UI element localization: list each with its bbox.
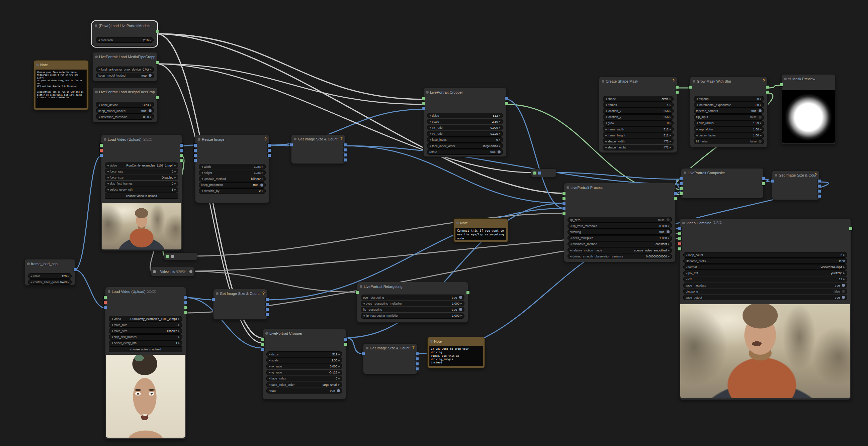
node-title-bar[interactable]: Note bbox=[454, 219, 508, 227]
output-slot-blue[interactable] bbox=[268, 144, 271, 147]
decrement-arrow-icon[interactable]: ◀ bbox=[107, 188, 109, 191]
increment-arrow-icon[interactable]: ▶ bbox=[499, 132, 501, 135]
increment-arrow-icon[interactable]: ▶ bbox=[670, 122, 671, 124]
widget-height[interactable]: ◀height1024▶ bbox=[199, 170, 266, 175]
collapse-dot[interactable] bbox=[95, 56, 98, 58]
widget-precision[interactable]: ◀precisionfp16▶ bbox=[96, 37, 154, 43]
widget-lerp-alpha[interactable]: ◀lerp_alpha1.00▶ bbox=[694, 126, 764, 132]
decrement-arrow-icon[interactable]: ◀ bbox=[111, 336, 113, 338]
decrement-arrow-icon[interactable]: ◀ bbox=[98, 104, 100, 106]
widget-force-size[interactable]: ◀force_sizeDisabled▶ bbox=[105, 174, 178, 180]
widget-shape-width[interactable]: ◀shape_width472▶ bbox=[603, 138, 674, 144]
video-combine-node[interactable]: Video CombineⓋⒽⓈ◀loop_count0▶filename_pr… bbox=[680, 218, 851, 400]
output-slot-gray[interactable] bbox=[184, 306, 187, 309]
widget-flip-input[interactable]: flip_inputfalse bbox=[694, 114, 764, 120]
widget-force-rate[interactable]: ◀force_rate0▶ bbox=[109, 322, 182, 328]
node-title-bar[interactable]: Get Image Size & Count bbox=[363, 344, 417, 352]
widget-keep-model-loaded[interactable]: keep_model_loadedtrue bbox=[96, 108, 154, 114]
widget-face-index[interactable]: ◀face_index0▶ bbox=[427, 137, 503, 143]
widget-pingpong[interactable]: pingpongfalse bbox=[683, 288, 847, 294]
increment-arrow-icon[interactable]: ▶ bbox=[338, 353, 340, 356]
note-text[interactable]: Choose your face detector here, MediaPip… bbox=[35, 70, 87, 108]
output-slot-blue[interactable] bbox=[415, 352, 418, 355]
output-slot-blue[interactable] bbox=[818, 179, 821, 182]
decrement-arrow-icon[interactable]: ◀ bbox=[696, 104, 698, 106]
toggle-knob[interactable] bbox=[149, 74, 152, 77]
widget-vy-ratio[interactable]: ◀vy_ratio-0.125▶ bbox=[427, 131, 503, 137]
decrement-arrow-icon[interactable]: ◀ bbox=[570, 225, 571, 227]
collapse-dot[interactable] bbox=[198, 138, 200, 141]
input-slot-gray[interactable] bbox=[104, 296, 107, 299]
decrement-arrow-icon[interactable]: ◀ bbox=[111, 330, 113, 332]
decrement-arrow-icon[interactable]: ◀ bbox=[98, 68, 100, 71]
decrement-arrow-icon[interactable]: ◀ bbox=[570, 243, 571, 245]
increment-arrow-icon[interactable]: ▶ bbox=[670, 110, 671, 112]
video-info-node[interactable]: Video InfoⓋⒽⓈ bbox=[151, 267, 195, 276]
decrement-arrow-icon[interactable]: ◀ bbox=[111, 318, 113, 320]
input-slot-green[interactable] bbox=[422, 97, 425, 100]
increment-arrow-icon[interactable]: ▶ bbox=[760, 98, 762, 100]
retargeting-node[interactable]: LivePortrait Retargetingeye_retargetingt… bbox=[357, 282, 468, 322]
toggle-knob[interactable] bbox=[337, 389, 340, 392]
choose-video-to-upload-button[interactable]: choose video to upload bbox=[105, 193, 178, 199]
input-slot-gray[interactable] bbox=[100, 144, 103, 147]
node-title-bar[interactable]: Resize Image bbox=[195, 135, 269, 143]
decrement-arrow-icon[interactable]: ◀ bbox=[605, 122, 607, 124]
decrement-arrow-icon[interactable]: ◀ bbox=[605, 116, 607, 118]
input-slot-blue[interactable] bbox=[771, 179, 774, 182]
widget-force-size[interactable]: ◀force_sizeDisabled▶ bbox=[109, 328, 182, 334]
increment-arrow-icon[interactable]: ▶ bbox=[670, 140, 671, 143]
widget-decay-factor[interactable]: ◀decay_factor1.00▶ bbox=[694, 132, 764, 138]
widget-video[interactable]: ◀videoRunComfy_examples_1108_2.mp4▶ bbox=[109, 316, 182, 322]
widget-location-x[interactable]: ◀location_x256▶ bbox=[603, 108, 674, 114]
decrement-arrow-icon[interactable]: ◀ bbox=[605, 140, 607, 143]
collapse-dot[interactable] bbox=[36, 64, 39, 66]
grow-mask-blur-node[interactable]: Grow Mask With Blur?◀expand0▶◀incrementa… bbox=[690, 76, 768, 147]
decrement-arrow-icon[interactable]: ◀ bbox=[429, 132, 431, 135]
node-graph-canvas[interactable]: (Down)Load LivePortraitModels◀precisionf… bbox=[0, 0, 868, 446]
output-slot-green[interactable] bbox=[766, 85, 769, 89]
increment-arrow-icon[interactable]: ▶ bbox=[178, 336, 180, 338]
node-title-bar[interactable]: Note bbox=[428, 337, 485, 345]
widget-width[interactable]: ◀width1024▶ bbox=[199, 164, 266, 170]
node-title-bar[interactable]: Get Image Size & Count bbox=[214, 289, 267, 298]
increment-arrow-icon[interactable]: ▶ bbox=[499, 138, 501, 141]
node-title-bar[interactable]: Grow Mask With Blur bbox=[690, 77, 767, 85]
input-slot-green[interactable] bbox=[533, 172, 536, 174]
decrement-arrow-icon[interactable]: ◀ bbox=[201, 166, 203, 168]
widget-blur-radius[interactable]: ◀blur_radius13.9▶ bbox=[694, 121, 764, 126]
toggle-knob[interactable] bbox=[459, 296, 462, 299]
widget-location-y[interactable]: ◀location_y256▶ bbox=[603, 114, 674, 120]
input-slot-blue[interactable] bbox=[104, 306, 107, 309]
widget-crf[interactable]: ◀crf19▶ bbox=[683, 276, 847, 282]
increment-arrow-icon[interactable]: ▶ bbox=[262, 172, 264, 174]
increment-arrow-icon[interactable]: ▶ bbox=[760, 104, 762, 106]
widget-select-every-nth[interactable]: ◀select_every_nth1▶ bbox=[109, 340, 182, 346]
input-slot-green[interactable] bbox=[678, 247, 681, 250]
widget-eye-retargeting[interactable]: eye_retargetingtrue bbox=[361, 295, 464, 300]
collapse-dot[interactable] bbox=[682, 222, 685, 224]
widget-keep-model-loaded[interactable]: keep_model_loadedtrue bbox=[96, 73, 154, 78]
toggle-knob[interactable] bbox=[758, 109, 762, 112]
output-slot-blue[interactable] bbox=[344, 153, 347, 157]
widget-skip-first-frames[interactable]: ◀skip_first_frames0▶ bbox=[105, 181, 178, 186]
toggle-knob[interactable] bbox=[498, 150, 501, 153]
cropper-top-node[interactable]: LivePortrait Cropper◀dsize512▶◀scale2.30… bbox=[423, 88, 506, 157]
output-slot-blue[interactable] bbox=[415, 357, 418, 361]
increment-arrow-icon[interactable]: ▶ bbox=[670, 116, 671, 118]
increment-arrow-icon[interactable]: ▶ bbox=[178, 323, 180, 326]
input-slot-green[interactable] bbox=[261, 343, 265, 346]
help-badge[interactable]: ? bbox=[340, 136, 343, 141]
decrement-arrow-icon[interactable]: ◀ bbox=[269, 365, 270, 368]
node-title-bar[interactable]: LivePortrait Cropper bbox=[424, 88, 506, 96]
collapse-dot[interactable] bbox=[108, 290, 111, 293]
decrement-arrow-icon[interactable]: ◀ bbox=[429, 145, 431, 147]
decrement-arrow-icon[interactable]: ◀ bbox=[201, 172, 203, 174]
decrement-arrow-icon[interactable]: ◀ bbox=[696, 134, 698, 137]
help-badge[interactable]: ? bbox=[763, 78, 765, 83]
output-slot-blue[interactable] bbox=[505, 97, 508, 100]
node-title-bar[interactable]: LivePortrait Composite bbox=[681, 169, 763, 177]
widget-expand[interactable]: ◀expand0▶ bbox=[694, 96, 764, 102]
input-slot-blue[interactable] bbox=[194, 154, 197, 157]
collapse-dot[interactable] bbox=[216, 292, 218, 295]
